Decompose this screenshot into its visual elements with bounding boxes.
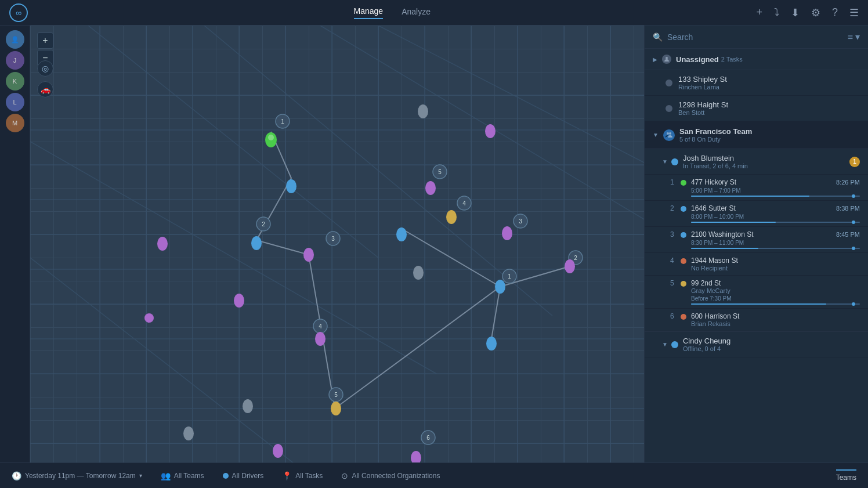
svg-line-23 — [88, 26, 378, 258]
stop-bar-dot — [852, 302, 855, 306]
task-pin — [666, 79, 672, 86]
stop-dot — [681, 258, 686, 264]
map-svg: 1 2 3 4 5 5 6 1 2 3 4 — [30, 26, 644, 462]
stop-bar — [691, 303, 860, 305]
task-person: Rinchen Lama — [678, 84, 860, 91]
avatar-1[interactable]: J — [6, 51, 24, 70]
driver-row-josh[interactable]: ▼ Josh Blumstein In Transit, 2 of 6, 4 m… — [645, 149, 868, 175]
svg-point-55 — [396, 227, 407, 241]
team-section-header[interactable]: ▼ San Francisco Team 5 of 8 On Duty — [645, 121, 868, 149]
svg-point-60 — [485, 124, 496, 138]
driver-status-dot — [671, 158, 678, 165]
stop-number: 1 — [670, 178, 678, 186]
time-chevron-icon: ▾ — [139, 472, 142, 479]
task-row[interactable]: 133 Shipley St Rinchen Lama — [645, 70, 868, 96]
add-icon[interactable]: + — [756, 6, 762, 19]
stop-details: 2100 Washington St 8:45 PM 8:30 PM – 11:… — [691, 230, 860, 249]
layers-button[interactable]: 🚗 — [37, 81, 53, 97]
search-input[interactable] — [667, 32, 843, 42]
svg-point-54 — [251, 236, 262, 250]
stop-dot — [681, 232, 686, 238]
svg-point-65 — [157, 237, 168, 251]
help-icon[interactable]: ? — [832, 6, 838, 19]
teams-filter[interactable]: 👥 All Teams — [161, 471, 204, 480]
locate-button[interactable]: ◎ — [37, 60, 53, 77]
task-pin — [666, 105, 672, 112]
zoom-in-button[interactable]: + — [37, 32, 53, 49]
stop-person: No Recipient — [691, 265, 860, 272]
time-range-control[interactable]: 🕐 Yesterday 11pm — Tomorrow 12am ▾ — [12, 471, 142, 480]
stop-address: 1944 Mason St — [691, 256, 738, 265]
driver-status: Offline, 0 of 4 — [683, 345, 860, 352]
svg-text:1: 1 — [281, 118, 284, 125]
stop-address: 2100 Washington St — [691, 230, 754, 238]
tasks-filter[interactable]: 📍 All Tasks — [282, 471, 323, 480]
stop-dot — [681, 281, 686, 287]
unassigned-section-header[interactable]: ▶ Unassigned 2 Tasks — [645, 49, 868, 70]
svg-text:6: 6 — [426, 435, 430, 441]
nav-center: Manage Analyze — [354, 6, 431, 19]
stop-row-5[interactable]: 5 99 2nd St Gray McCarty Before 7:30 PM — [645, 276, 868, 309]
svg-line-26 — [30, 258, 320, 462]
team-chevron: ▼ — [653, 132, 659, 138]
avatar-4[interactable]: M — [6, 114, 24, 132]
import-icon[interactable]: ⤵ — [774, 6, 779, 19]
nav-analyze[interactable]: Analyze — [402, 7, 431, 19]
tasks-label: All Tasks — [295, 472, 323, 480]
stop-row-1[interactable]: 1 477 Hickory St 8:26 PM 5:00 PM – 7:00 … — [645, 175, 868, 201]
stop-address: 99 2nd St — [691, 279, 721, 287]
driver-chevron: ▼ — [662, 158, 668, 165]
settings-icon[interactable]: ⚙ — [811, 6, 820, 19]
nav-manage[interactable]: Manage — [354, 6, 384, 19]
stop-row-2[interactable]: 2 1646 Sutter St 8:38 PM 8:00 PM – 10:00… — [645, 201, 868, 227]
view-toggle-button[interactable]: ≡ ▾ — [848, 31, 860, 42]
stop-bar-fill — [691, 248, 758, 249]
stop-bar — [691, 222, 860, 223]
svg-point-72 — [243, 399, 253, 413]
cindy-section: ▼ Cindy Cheung Offline, 0 of 4 — [645, 331, 868, 357]
download-icon[interactable]: ⬇ — [791, 6, 800, 19]
map-area[interactable]: 1 2 3 4 5 5 6 1 2 3 4 — [30, 26, 644, 462]
user-icon[interactable]: ☰ — [849, 6, 859, 19]
task-person: Ben Stott — [678, 109, 860, 116]
stop-row-4[interactable]: 4 1944 Mason St No Recipient — [645, 253, 868, 276]
svg-text:3: 3 — [519, 218, 522, 225]
stop-bar — [691, 196, 860, 197]
teams-icon: 👥 — [161, 471, 171, 480]
stop-window: 8:30 PM – 11:00 PM — [691, 240, 860, 246]
drivers-filter[interactable]: All Drivers — [223, 472, 264, 480]
stop-dot — [681, 206, 686, 212]
svg-point-53 — [286, 179, 296, 193]
avatar-3[interactable]: L — [6, 93, 24, 111]
right-panel: 🔍 ≡ ▾ ▶ Unassigned 2 Tasks 133 Shi — [644, 26, 868, 462]
stop-number: 2 — [670, 204, 678, 212]
stop-row-3[interactable]: 3 2100 Washington St 8:45 PM 8:30 PM – 1… — [645, 227, 868, 253]
task-row[interactable]: 1298 Haight St Ben Stott — [645, 96, 868, 121]
stop-row-6[interactable]: 6 600 Harrison St Brian Rekasis — [645, 309, 868, 331]
unassigned-chevron: ▶ — [653, 56, 657, 63]
orgs-filter[interactable]: ⊙ All Connected Organizations — [341, 471, 440, 480]
stop-time: 8:38 PM — [836, 205, 860, 212]
svg-point-74 — [144, 313, 154, 323]
svg-text:4: 4 — [462, 200, 466, 207]
driver-status: In Transit, 2 of 6, 4 min — [683, 162, 849, 169]
stop-number: 5 — [670, 279, 678, 287]
avatar-2[interactable]: K — [6, 72, 24, 91]
driver-row-cindy[interactable]: ▼ Cindy Cheung Offline, 0 of 4 — [645, 332, 868, 357]
svg-point-76 — [667, 132, 669, 135]
list-icon: ≡ — [848, 32, 853, 42]
stop-address: 600 Harrison St — [691, 312, 739, 320]
stop-number: 6 — [670, 312, 678, 320]
stop-details: 99 2nd St Gray McCarty Before 7:30 PM — [691, 279, 860, 305]
stop-bar-fill — [691, 196, 809, 197]
stop-time: 8:45 PM — [836, 231, 860, 238]
avatar-main[interactable]: 👤 — [6, 30, 24, 49]
search-icon: 🔍 — [653, 32, 663, 42]
stop-window: 8:00 PM – 10:00 PM — [691, 214, 860, 220]
svg-point-59 — [331, 402, 341, 415]
svg-point-64 — [234, 294, 244, 308]
app-logo[interactable]: ∞ — [9, 3, 28, 22]
stop-window: Before 7:30 PM — [691, 295, 860, 302]
panel-list: ▶ Unassigned 2 Tasks 133 Shipley St Rinc… — [645, 49, 868, 462]
teams-tab[interactable]: Teams — [836, 469, 856, 482]
